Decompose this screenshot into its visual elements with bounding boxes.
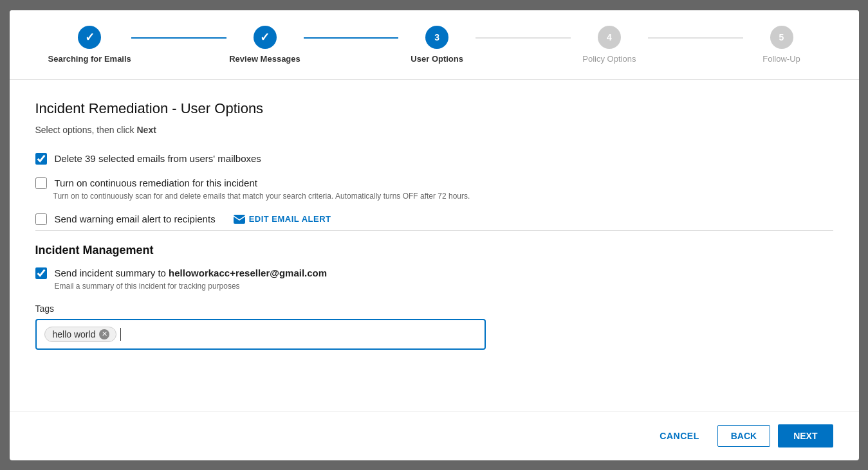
page-subtitle: Select options, then click Next <box>35 125 833 135</box>
step-user-options: 3 User Options <box>398 26 476 64</box>
delete-checkbox[interactable] <box>35 153 47 165</box>
step-number-4: 4 <box>607 32 612 42</box>
option-delete-row: Delete 39 selected emails from users' ma… <box>35 153 833 165</box>
subtitle-next-label: Next <box>136 125 156 135</box>
tags-cursor <box>120 328 121 341</box>
page-title: Incident Remediation - User Options <box>35 100 833 117</box>
connector-3-4 <box>476 37 571 39</box>
step-circle-5: 5 <box>770 26 793 49</box>
delete-checkbox-wrapper[interactable] <box>35 153 47 165</box>
warning-checkbox[interactable] <box>35 213 47 225</box>
edit-email-button[interactable]: EDIT EMAIL ALERT <box>234 214 331 224</box>
tag-chip-hello-world: hello world ✕ <box>44 327 117 342</box>
step-circle-3: 3 <box>425 26 448 49</box>
continuous-checkbox[interactable] <box>35 177 47 189</box>
incident-summary-row: Send incident summary to helloworkacc+re… <box>35 267 833 291</box>
option-warning-row: Send warning email alert to recipients E… <box>35 213 833 225</box>
tags-label: Tags <box>35 303 833 314</box>
warning-checkbox-wrapper[interactable] <box>35 213 47 225</box>
tags-input-area[interactable]: hello world ✕ <box>35 319 486 350</box>
incident-management-title: Incident Management <box>35 244 833 257</box>
subtitle-text: Select options, then click <box>35 125 137 135</box>
email-icon <box>234 215 245 224</box>
tags-section: Tags hello world ✕ <box>35 303 833 350</box>
delete-label: Delete 39 selected emails from users' ma… <box>55 153 261 164</box>
option-continuous-row: Turn on continuous remediation for this … <box>35 177 833 201</box>
summary-checkbox-wrapper[interactable] <box>35 267 47 279</box>
connector-4-5 <box>648 37 743 39</box>
stepper: ✓ Searching for Emails ✓ Review Messages… <box>10 10 859 80</box>
continuous-label: Turn on continuous remediation for this … <box>55 177 257 188</box>
continuous-main: Turn on continuous remediation for this … <box>35 177 257 189</box>
connector-1-2 <box>131 37 226 39</box>
connector-2-3 <box>304 37 399 39</box>
incident-sub-text: Email a summary of this incident for tra… <box>55 282 833 291</box>
step-policy: 4 Policy Options <box>571 26 648 64</box>
checkmark-1: ✓ <box>85 30 95 44</box>
step-label-2: Review Messages <box>229 54 300 64</box>
continuous-sub-text: Turn on to continuously scan for and del… <box>53 192 470 201</box>
step-circle-4: 4 <box>598 26 621 49</box>
step-number-3: 3 <box>434 32 439 42</box>
step-label-1: Searching for Emails <box>48 54 131 64</box>
checkmark-2: ✓ <box>260 30 270 44</box>
back-button[interactable]: BACK <box>717 425 770 447</box>
step-label-5: Follow-Up <box>762 54 800 64</box>
step-circle-2: ✓ <box>254 26 277 49</box>
warning-label: Send warning email alert to recipients <box>55 213 216 224</box>
step-label-3: User Options <box>411 54 463 64</box>
summary-checkbox[interactable] <box>35 267 47 279</box>
summary-email: helloworkacc+reseller@gmail.com <box>169 267 327 278</box>
step-review: ✓ Review Messages <box>226 26 304 64</box>
footer: CANCEL BACK NEXT <box>10 411 859 460</box>
step-searching: ✓ Searching for Emails <box>48 26 131 64</box>
incident-summary-main: Send incident summary to helloworkacc+re… <box>35 267 833 279</box>
step-number-5: 5 <box>779 32 784 42</box>
step-followup: 5 Follow-Up <box>743 26 820 64</box>
continuous-checkbox-wrapper[interactable] <box>35 177 47 189</box>
step-circle-1: ✓ <box>78 26 101 49</box>
tag-remove-button[interactable]: ✕ <box>99 329 109 339</box>
summary-prefix: Send incident summary to <box>55 267 169 278</box>
content-area: Incident Remediation - User Options Sele… <box>10 80 859 411</box>
step-label-4: Policy Options <box>582 54 636 64</box>
tag-chip-text: hello world <box>53 329 96 339</box>
summary-label: Send incident summary to helloworkacc+re… <box>55 267 328 278</box>
svg-rect-0 <box>234 215 245 224</box>
edit-email-label: EDIT EMAIL ALERT <box>249 214 331 224</box>
modal-container: ✓ Searching for Emails ✓ Review Messages… <box>10 10 859 460</box>
next-button[interactable]: NEXT <box>778 424 833 447</box>
cancel-button[interactable]: CANCEL <box>649 426 709 446</box>
section-divider <box>35 230 833 231</box>
